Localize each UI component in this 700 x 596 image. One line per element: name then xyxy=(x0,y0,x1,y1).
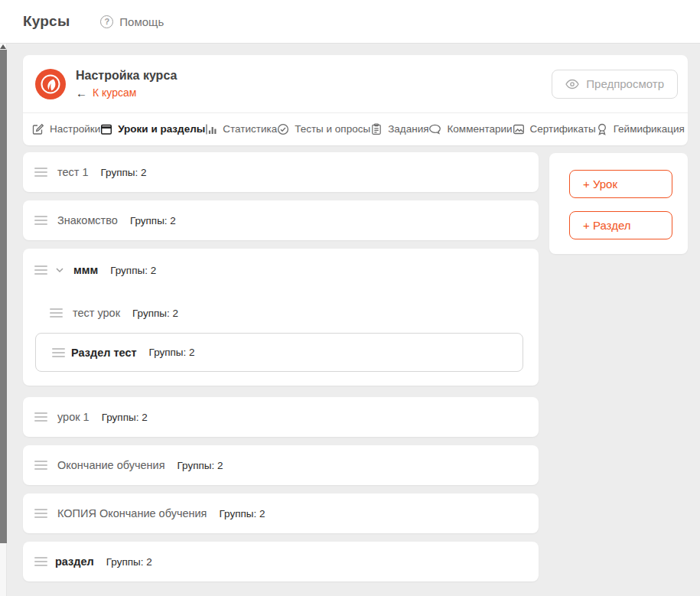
check-circle-icon xyxy=(277,123,289,135)
course-tabs: Настройки Уроки и разделы Статистика Т xyxy=(23,113,688,145)
back-link-label: К курсам xyxy=(93,86,136,99)
eye-icon xyxy=(565,79,579,90)
drag-handle-icon[interactable] xyxy=(34,265,47,275)
scrollbar-thumb[interactable] xyxy=(0,50,7,543)
scroll-up-arrow-icon[interactable] xyxy=(0,44,6,49)
tab-certificates[interactable]: Сертификаты xyxy=(513,123,596,135)
edit-square-icon xyxy=(32,123,44,135)
tab-label: Задания xyxy=(388,123,428,135)
groups-count: Группы: 2 xyxy=(110,265,156,276)
tab-label: Уроки и разделы xyxy=(118,123,205,135)
lessons-list: тест 1 Группы: 2 Знакомство Группы: 2 мм… xyxy=(23,152,539,590)
list-item-lesson[interactable]: Знакомство Группы: 2 xyxy=(23,200,539,240)
list-item-section[interactable]: раздел Группы: 2 xyxy=(23,542,539,581)
help-link[interactable]: ? Помощь xyxy=(100,15,164,28)
course-header-card: Настройка курса ← К курсам Предпросмотр … xyxy=(23,55,688,145)
lesson-title: Знакомство xyxy=(57,214,118,226)
nested-section-row[interactable]: Раздел тест Группы: 2 xyxy=(35,333,523,372)
preview-button-label: Предпросмотр xyxy=(586,77,664,90)
lesson-title: тест урок xyxy=(73,307,120,319)
tab-assignments[interactable]: Задания xyxy=(370,123,428,135)
calendar-icon xyxy=(100,123,112,135)
groups-count: Группы: 2 xyxy=(102,412,148,423)
tab-label: Тесты и опросы xyxy=(295,123,370,135)
tab-tests-surveys[interactable]: Тесты и опросы xyxy=(277,123,370,135)
section-title: Раздел тест xyxy=(71,347,137,359)
lesson-title: урок 1 xyxy=(57,411,90,423)
nested-lesson-row[interactable]: тест урок Группы: 2 xyxy=(23,303,539,323)
groups-count: Группы: 2 xyxy=(219,508,265,519)
bar-chart-icon xyxy=(205,123,217,135)
groups-count: Группы: 2 xyxy=(177,460,223,471)
tab-comments[interactable]: Комментарии xyxy=(428,123,512,135)
tab-settings[interactable]: Настройки xyxy=(32,123,100,135)
page-title: Курсы xyxy=(23,13,70,30)
group-title: ммм xyxy=(73,264,98,276)
course-settings-title: Настройка курса xyxy=(76,69,177,83)
groups-count: Группы: 2 xyxy=(130,215,176,226)
drag-handle-icon[interactable] xyxy=(34,216,47,225)
tab-statistics[interactable]: Статистика xyxy=(205,123,277,135)
preview-button[interactable]: Предпросмотр xyxy=(552,70,678,99)
tab-label: Комментарии xyxy=(447,123,512,135)
help-label: Помощь xyxy=(119,15,164,28)
drag-handle-icon[interactable] xyxy=(34,557,47,566)
topbar: Курсы ? Помощь xyxy=(0,0,700,44)
lesson-title: Окончание обучения xyxy=(57,459,165,471)
drag-handle-icon[interactable] xyxy=(34,168,47,177)
tab-gamification[interactable]: Геймификация xyxy=(596,123,685,135)
image-icon xyxy=(513,123,525,135)
drag-handle-icon[interactable] xyxy=(34,412,47,422)
lesson-title: тест 1 xyxy=(57,166,89,178)
groups-count: Группы: 2 xyxy=(132,308,178,319)
groups-count: Группы: 2 xyxy=(106,556,152,568)
section-title: раздел xyxy=(55,555,94,568)
add-section-button[interactable]: + Раздел xyxy=(569,211,672,239)
list-item-lesson[interactable]: КОПИЯ Окончание обучения Группы: 2 xyxy=(23,493,539,533)
lesson-title: КОПИЯ Окончание обучения xyxy=(57,507,207,519)
drag-handle-icon[interactable] xyxy=(52,348,65,357)
chevron-down-icon[interactable] xyxy=(54,265,65,275)
question-mark-icon: ? xyxy=(100,15,113,28)
tab-label: Сертификаты xyxy=(530,123,596,135)
drag-handle-icon[interactable] xyxy=(34,509,47,518)
tab-lessons-sections[interactable]: Уроки и разделы xyxy=(100,123,205,135)
clipboard-icon xyxy=(370,123,383,135)
comment-icon xyxy=(428,123,441,135)
list-item-group-expanded: ммм Группы: 2 тест урок Группы: 2 Раздел… xyxy=(23,249,539,386)
vertical-scrollbar[interactable] xyxy=(0,44,7,596)
course-header-top: Настройка курса ← К курсам Предпросмотр xyxy=(23,55,688,113)
tab-label: Геймификация xyxy=(614,123,685,135)
medal-icon xyxy=(596,123,608,135)
drag-handle-icon[interactable] xyxy=(34,461,47,470)
groups-count: Группы: 2 xyxy=(149,347,195,358)
course-logo-icon xyxy=(35,69,66,99)
back-to-courses-link[interactable]: ← К курсам xyxy=(76,86,177,99)
add-lesson-button[interactable]: + Урок xyxy=(569,170,672,198)
tab-label: Статистика xyxy=(223,123,277,135)
drag-handle-icon[interactable] xyxy=(50,308,63,318)
actions-panel: + Урок + Раздел xyxy=(549,153,688,254)
list-item-lesson[interactable]: Окончание обучения Группы: 2 xyxy=(23,445,539,485)
list-item-lesson[interactable]: тест 1 Группы: 2 xyxy=(23,152,539,192)
group-header-row[interactable]: ммм Группы: 2 xyxy=(23,260,539,280)
tab-label: Настройки xyxy=(50,123,100,135)
groups-count: Группы: 2 xyxy=(101,167,147,178)
list-item-lesson[interactable]: урок 1 Группы: 2 xyxy=(23,397,539,437)
back-arrow-icon: ← xyxy=(76,86,87,99)
